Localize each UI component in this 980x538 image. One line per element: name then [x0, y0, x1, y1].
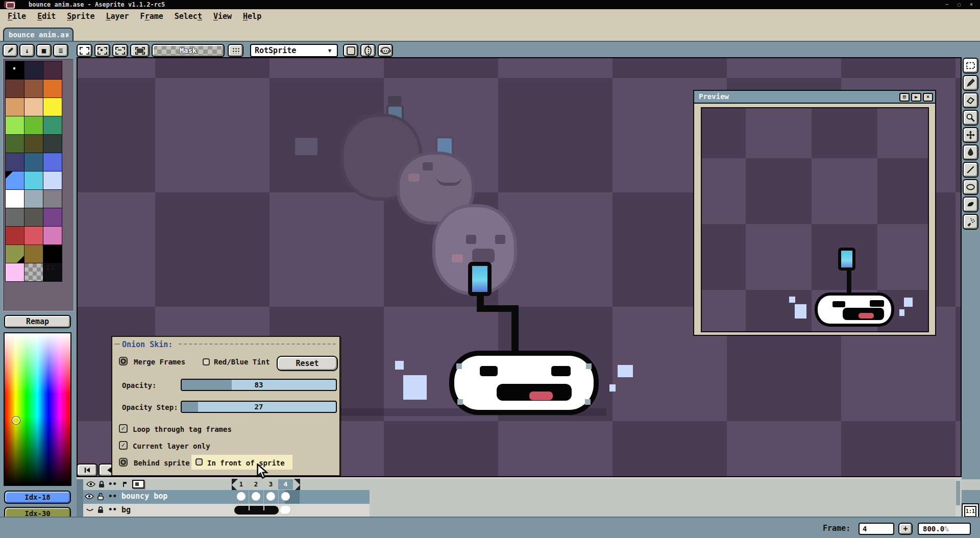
tool-zoom[interactable] [963, 110, 978, 126]
maximize-button[interactable]: ▢ [954, 1, 964, 8]
foreground-color-button[interactable]: Idx-18 [4, 491, 71, 504]
merge-frames-radio[interactable] [119, 357, 128, 365]
palette-swatch-30[interactable] [6, 245, 24, 263]
preview-title-bar[interactable]: Preview ⊞ ▶ × [694, 91, 935, 104]
scrollbar-thumb[interactable] [956, 481, 960, 505]
minimize-button[interactable]: − [942, 1, 952, 8]
palette-swatch-25[interactable] [24, 208, 43, 226]
palette-swatch-17[interactable] [43, 153, 62, 171]
palette-swatch-9[interactable] [6, 116, 24, 134]
pivot-button[interactable] [343, 44, 358, 57]
eye-icon[interactable] [86, 480, 96, 488]
lock-icon[interactable] [97, 480, 108, 488]
selection-replace-button[interactable] [77, 44, 92, 57]
title-bar[interactable]: bounce anim.ase - Aseprite v1.1.2-rc5 − … [0, 0, 980, 9]
palette-swatch-16[interactable] [24, 153, 43, 171]
tool-rectangular-marquee[interactable] [963, 58, 978, 74]
timeline-gutter[interactable] [77, 479, 83, 518]
timeline-scrollbar[interactable] [955, 479, 961, 517]
palette-swatch-5[interactable] [43, 80, 62, 97]
frame-number-input[interactable]: 4 [859, 523, 894, 535]
tool-pencil[interactable] [963, 75, 978, 91]
cel-frame-4[interactable] [281, 492, 290, 501]
current-layer-only-label[interactable]: Current layer only [133, 442, 210, 450]
tool-line[interactable] [963, 162, 978, 178]
selection-subtract-button[interactable] [112, 44, 128, 57]
palette-swatch-32[interactable] [43, 245, 62, 263]
palette-swatch-4[interactable] [24, 80, 43, 97]
palette-presets-button[interactable]: ■ [36, 44, 52, 57]
opacity-step-slider[interactable]: 27 [181, 401, 337, 413]
palette-swatch-27[interactable] [6, 227, 24, 244]
preview-play-button[interactable]: ▶ [911, 93, 921, 102]
closed-eye-icon[interactable] [85, 506, 95, 514]
dropdown-arrow-icon[interactable]: ▼ [324, 45, 336, 56]
frame-header-3[interactable]: 3 [263, 479, 278, 490]
remap-button[interactable]: Remap [4, 315, 71, 328]
in-front-of-sprite-label[interactable]: In front of sprite [207, 459, 285, 467]
behind-sprite-radio[interactable] [119, 458, 128, 467]
tool-move[interactable] [963, 127, 978, 143]
palette-swatch-12[interactable] [6, 135, 24, 153]
palette-swatch-22[interactable] [24, 190, 43, 208]
lock-icon[interactable] [96, 506, 107, 514]
palette-swatch-21[interactable] [6, 190, 24, 208]
edit-palette-button[interactable] [3, 44, 18, 57]
palette-swatch-31[interactable] [24, 245, 43, 263]
menu-item-select[interactable]: Select [169, 10, 208, 22]
layer-name[interactable]: bg [121, 505, 131, 515]
grid-settings-button[interactable] [228, 44, 243, 57]
loop-tag-frames-label[interactable]: Loop through tag frames [133, 425, 232, 433]
palette-swatch-2[interactable] [43, 61, 62, 79]
preview-window[interactable]: Preview ⊞ ▶ × [693, 90, 936, 336]
layer-row-bouncy-bop[interactable]: •• bouncy bop [83, 490, 370, 504]
continuous-icon[interactable]: •• [108, 505, 118, 513]
palette-swatch-1[interactable] [24, 61, 43, 79]
linked-cels-bar[interactable] [234, 506, 279, 515]
tool-ellipse[interactable] [963, 179, 978, 195]
palette-swatch-10[interactable] [24, 116, 43, 134]
palette-swatch-28[interactable] [24, 227, 43, 244]
menu-item-layer[interactable]: Layer [100, 10, 134, 22]
palette-swatch-14[interactable] [43, 135, 62, 153]
palette-swatch-34[interactable] [24, 263, 43, 281]
tag-flag-icon[interactable] [120, 480, 130, 488]
color-spectrum-picker[interactable] [4, 332, 71, 486]
palette-swatch-13[interactable] [24, 135, 43, 153]
tool-spray[interactable] [963, 214, 978, 230]
menu-item-edit[interactable]: Edit [32, 10, 61, 22]
current-layer-only-checkbox[interactable]: ✓ [119, 441, 128, 450]
palette-swatch-3[interactable] [6, 80, 24, 97]
palette-swatch-19[interactable] [24, 172, 43, 189]
frame-header-2[interactable]: 2 [249, 479, 263, 490]
close-button[interactable]: × [966, 1, 976, 8]
palette-swatch-15[interactable] [6, 153, 24, 171]
opacity-slider[interactable]: 83 [181, 379, 337, 391]
palette-swatch-18[interactable] [6, 172, 24, 189]
continuous-icon[interactable]: •• [108, 480, 118, 488]
palette-swatch-33[interactable] [6, 263, 24, 281]
add-frame-button[interactable]: + [898, 523, 913, 535]
tab-close-icon[interactable]: × [65, 29, 69, 41]
in-front-of-sprite-radio[interactable] [195, 458, 203, 466]
cel-frame-3[interactable] [266, 492, 275, 501]
palette-options-button[interactable]: ≡ [53, 44, 68, 57]
transparent-color-button[interactable]: Mask [152, 44, 225, 57]
palette-swatch-6[interactable] [6, 98, 24, 116]
cel-frame-2[interactable] [252, 492, 260, 501]
onion-skin-dialog[interactable]: Onion Skin: Merge Frames Red/Blue Tint R… [111, 336, 340, 476]
reset-button[interactable]: Reset [277, 356, 338, 371]
menu-item-frame[interactable]: Frame [135, 10, 169, 22]
red-blue-tint-radio[interactable] [203, 358, 210, 365]
cel-frame-1[interactable] [237, 492, 246, 501]
document-tab[interactable]: bounce anim.a: × [3, 28, 74, 41]
tool-paint-bucket[interactable] [963, 144, 978, 160]
behind-sprite-label[interactable]: Behind sprite [134, 459, 190, 467]
menu-item-view[interactable]: View [208, 10, 237, 22]
menu-item-help[interactable]: Help [237, 10, 267, 22]
flip-horizontal-button[interactable] [360, 44, 376, 57]
red-blue-tint-label[interactable]: Red/Blue Tint [214, 358, 270, 366]
selection-add-button[interactable] [94, 44, 110, 57]
palette-swatch-23[interactable] [43, 190, 62, 208]
preview-close-button[interactable]: × [923, 93, 933, 102]
